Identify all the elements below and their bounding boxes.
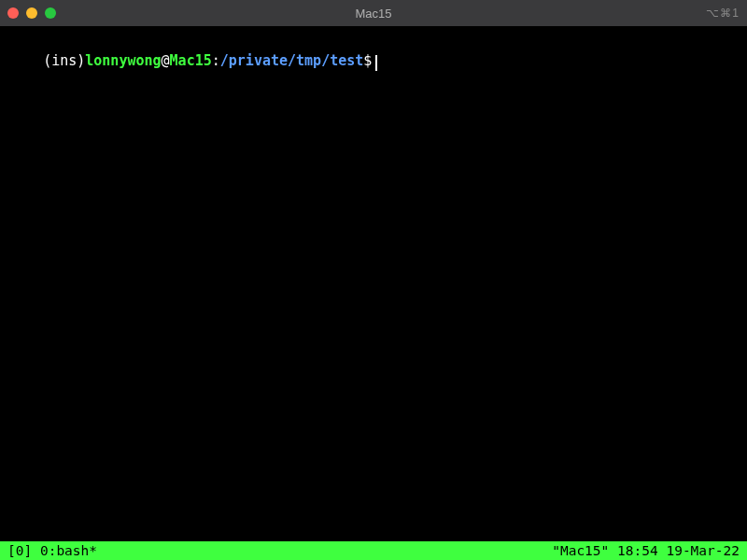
maximize-icon[interactable] bbox=[45, 7, 56, 19]
tmux-statusbar: [0] 0:bash* "Mac15" 18:54 19-Mar-22 bbox=[0, 541, 747, 560]
cursor-icon bbox=[375, 55, 377, 71]
status-left: [0] 0:bash* bbox=[7, 543, 97, 558]
close-icon[interactable] bbox=[7, 7, 19, 19]
prompt-mode: ins bbox=[51, 52, 77, 69]
minimize-icon[interactable] bbox=[26, 7, 37, 19]
prompt-host: Mac15 bbox=[170, 52, 212, 69]
traffic-lights bbox=[7, 7, 56, 19]
titlebar: Mac15 ⌥⌘1 bbox=[0, 0, 747, 26]
prompt-path: /private/tmp/test bbox=[220, 52, 364, 69]
prompt-at: @ bbox=[162, 52, 170, 69]
titlebar-shortcut-indicator: ⌥⌘1 bbox=[706, 7, 740, 20]
window-title: Mac15 bbox=[355, 7, 391, 21]
terminal-body[interactable]: (ins)lonnywong@Mac15:/private/tmp/test$ bbox=[0, 26, 747, 541]
prompt-colon: : bbox=[212, 52, 220, 69]
prompt-dollar: $ bbox=[363, 52, 372, 69]
prompt-mode-close: ) bbox=[77, 52, 85, 69]
prompt-user: lonnywong bbox=[85, 52, 161, 69]
prompt-line: (ins)lonnywong@Mac15:/private/tmp/test$ bbox=[9, 34, 738, 89]
status-right: "Mac15" 18:54 19-Mar-22 bbox=[552, 543, 740, 558]
prompt-mode-open: ( bbox=[43, 52, 51, 69]
